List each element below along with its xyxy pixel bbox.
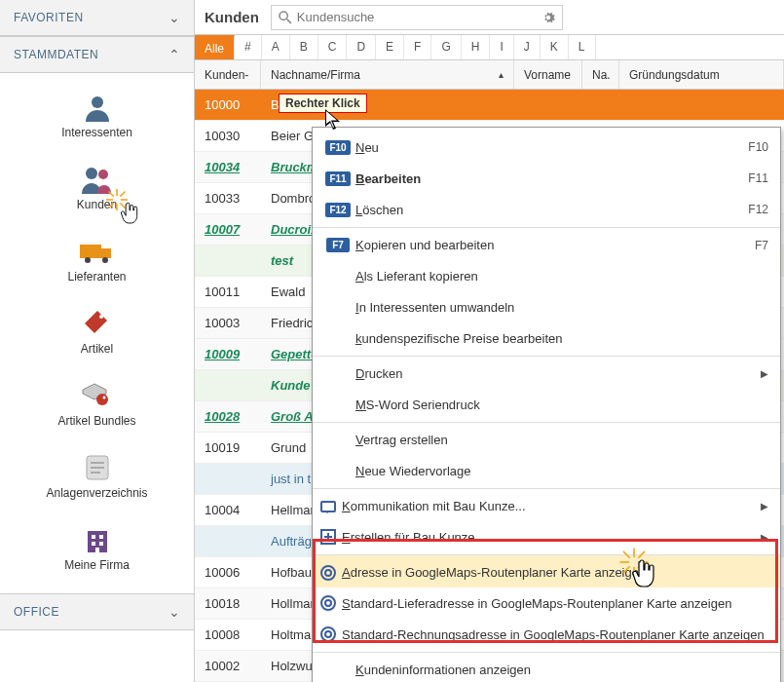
nav-label: Meine Firma: [64, 558, 130, 572]
menu-label: Standard-Rechnungsadresse in GoogleMaps-…: [342, 627, 768, 642]
menu-item[interactable]: F12LöschenF12: [313, 194, 780, 225]
menu-item[interactable]: Kundeninformationen anzeigen: [313, 652, 780, 682]
menu-label: Standard-Lieferadresse in GoogleMaps-Rou…: [342, 596, 768, 611]
sidebar-section-favoriten[interactable]: FAVORITEN ⌄: [0, 0, 194, 36]
section-title: STAMMDATEN: [14, 48, 98, 61]
nav-label: Artikel Bundles: [57, 414, 135, 428]
menu-item[interactable]: Neue Wiedervorlage: [313, 455, 780, 486]
col-gruendung[interactable]: Gründungsdatum: [619, 60, 784, 89]
key-badge: F11: [320, 171, 355, 186]
cell-id: 10009: [195, 347, 261, 361]
key-badge: F10: [320, 140, 355, 155]
shortcut: F12: [748, 203, 768, 216]
menu-label: Drucken: [355, 366, 755, 381]
svg-point-17: [102, 397, 105, 399]
svg-point-15: [99, 315, 103, 319]
az-tab-K[interactable]: K: [541, 35, 569, 59]
svg-point-2: [98, 170, 108, 179]
shortcut: F10: [748, 140, 768, 154]
nav-label: Lieferanten: [67, 270, 126, 284]
plus-icon: [320, 529, 336, 545]
svg-rect-11: [80, 245, 101, 258]
menu-item[interactable]: kundenspezifische Preise bearbeiten: [313, 322, 780, 354]
svg-line-7: [109, 192, 114, 197]
cell-id: 10000: [195, 97, 261, 112]
svg-rect-27: [95, 548, 99, 552]
nav-icon: [78, 235, 117, 268]
az-tab-C[interactable]: C: [318, 35, 348, 59]
svg-rect-20: [91, 467, 104, 469]
menu-item[interactable]: F11BearbeitenF11: [313, 163, 780, 194]
key-badge: F7: [320, 238, 355, 252]
az-tab-D[interactable]: D: [347, 35, 376, 59]
menu-item[interactable]: Vertrag erstellen: [313, 422, 780, 455]
sidebar-section-stammdaten[interactable]: STAMMDATEN ⌃: [0, 36, 194, 73]
target-icon: [320, 565, 336, 581]
nav-icon: [78, 451, 117, 484]
az-tab-I[interactable]: I: [490, 35, 513, 59]
speech-icon: [320, 501, 336, 512]
menu-item[interactable]: Kommunikation mit Bau Kunze...▶: [313, 488, 780, 521]
cell-id: 10006: [195, 565, 261, 580]
az-tab-J[interactable]: J: [514, 35, 541, 59]
sidebar-item-interessenten[interactable]: Interessenten: [0, 79, 194, 151]
svg-rect-26: [99, 542, 103, 546]
cell-name: Ewald: [261, 284, 315, 299]
menu-item[interactable]: Erstellen für Bau Kunze...▶: [313, 521, 780, 552]
menu-item[interactable]: MS-Word Seriendruck: [313, 389, 780, 420]
col-na[interactable]: Na.: [582, 60, 619, 89]
sidebar-item-anlagenverzeichnis[interactable]: Anlagenverzeichnis: [0, 439, 194, 512]
az-tab-F[interactable]: F: [404, 35, 431, 59]
search-input[interactable]: [271, 5, 563, 30]
menu-item[interactable]: Drucken▶: [313, 356, 780, 389]
menu-label: Erstellen für Bau Kunze...: [342, 530, 755, 545]
sidebar-item-artikel[interactable]: Artikel: [0, 295, 194, 367]
menu-label: Neu: [355, 140, 748, 155]
menu-label: Neue Wiedervorlage: [355, 464, 768, 478]
az-tab-A[interactable]: A: [262, 35, 290, 59]
col-nachname[interactable]: Nachname/Firma▴: [261, 60, 514, 89]
az-tab-Alle[interactable]: Alle: [195, 35, 235, 59]
sidebar-item-artikel bundles[interactable]: Artikel Bundles: [0, 367, 194, 439]
menu-label: Löschen: [355, 203, 748, 217]
menu-label: Kopieren und bearbeiten: [355, 238, 755, 252]
svg-rect-21: [91, 472, 100, 474]
section-title: OFFICE: [14, 605, 59, 619]
col-vorname[interactable]: Vorname: [514, 60, 582, 89]
az-tab-H[interactable]: H: [462, 35, 491, 59]
nav-icon: [78, 379, 117, 412]
svg-point-13: [85, 257, 91, 263]
sidebar-item-kunden[interactable]: Kunden: [0, 151, 194, 223]
menu-item[interactable]: Adresse in GoogleMaps-Routenplaner Karte…: [313, 554, 780, 587]
menu-item[interactable]: F10NeuF10: [313, 132, 780, 163]
submenu-arrow-icon: ▶: [761, 501, 768, 512]
sidebar-item-meine firma[interactable]: Meine Firma: [0, 512, 194, 584]
menu-item[interactable]: F7Kopieren und bearbeitenF7: [313, 227, 780, 260]
chevron-down-icon: ⌄: [168, 10, 181, 25]
svg-point-16: [96, 394, 108, 405]
az-tab-B[interactable]: B: [290, 35, 318, 59]
sidebar-item-lieferanten[interactable]: Lieferanten: [0, 223, 194, 295]
menu-item[interactable]: Standard-Rechnungsadresse in GoogleMaps-…: [313, 619, 780, 650]
gear-icon[interactable]: [540, 9, 557, 26]
az-tab-#[interactable]: #: [235, 35, 262, 59]
nav-icon: [78, 523, 117, 556]
cell-name: Grund: [261, 440, 316, 455]
sidebar-section-office[interactable]: OFFICE ⌄: [0, 593, 194, 630]
submenu-arrow-icon: ▶: [761, 532, 768, 543]
svg-rect-12: [101, 248, 111, 258]
sort-asc-icon: ▴: [499, 69, 504, 80]
cell-id: 10018: [195, 596, 261, 611]
col-kundennr[interactable]: Kunden-: [195, 60, 261, 89]
shortcut: F11: [748, 171, 768, 185]
menu-item[interactable]: Als Lieferant kopieren: [313, 260, 780, 291]
az-tab-E[interactable]: E: [376, 35, 404, 59]
cursor-icon: [325, 109, 345, 133]
menu-item[interactable]: Standard-Lieferadresse in GoogleMaps-Rou…: [313, 587, 780, 619]
cell-name: test: [261, 253, 303, 268]
az-tab-G[interactable]: G: [431, 35, 461, 59]
context-menu: F10NeuF10F11BearbeitenF11F12LöschenF12F7…: [312, 127, 781, 682]
cell-id: 10003: [195, 316, 261, 330]
az-tab-L[interactable]: L: [569, 35, 596, 59]
menu-item[interactable]: In Interessenten umwandeln: [313, 291, 780, 322]
